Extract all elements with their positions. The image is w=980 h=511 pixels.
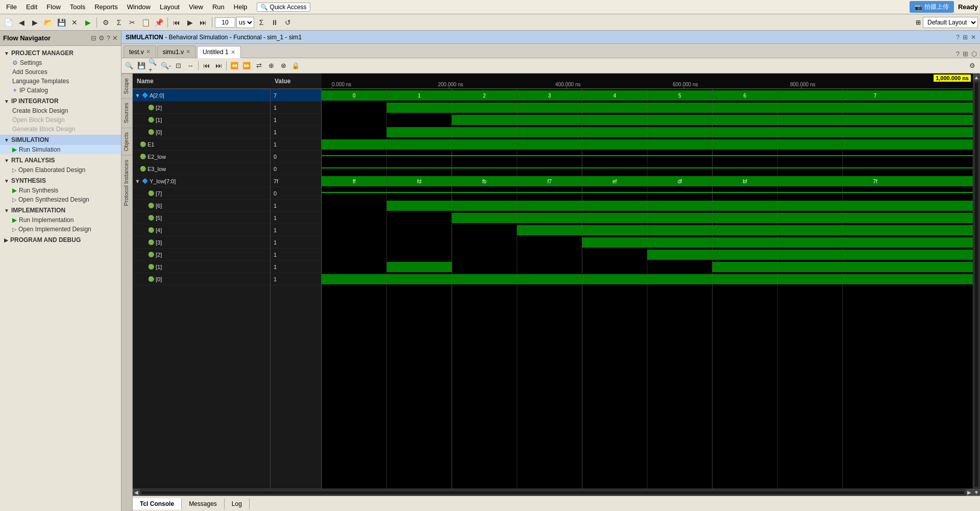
menu-layout[interactable]: Layout xyxy=(156,2,184,12)
wave-start-btn[interactable]: ⏮ xyxy=(201,60,212,71)
upload-button[interactable]: 📷 拍摄上传 xyxy=(910,1,954,13)
signal-row-a2[interactable]: 🟢 [2] xyxy=(133,102,270,114)
wave-save-btn[interactable]: 💾 xyxy=(136,60,147,71)
back-button[interactable]: ◀ xyxy=(15,16,28,29)
wave-lock-btn[interactable]: 🔒 xyxy=(290,60,301,71)
menu-view[interactable]: View xyxy=(185,2,207,12)
time-unit-select[interactable]: us ns ps xyxy=(236,17,254,28)
nav-item-settings[interactable]: ⚙ Settings xyxy=(0,58,121,67)
forward-button[interactable]: ▶ xyxy=(29,16,41,29)
menu-reports[interactable]: Reports xyxy=(90,2,122,12)
bottom-tab-tcl-console[interactable]: Tcl Console xyxy=(133,498,182,509)
nav-item-open-synthesized[interactable]: ▷ Open Synthesized Design xyxy=(0,195,121,204)
wave-search-btn[interactable]: 🔍 xyxy=(124,60,135,71)
signal-row-a0[interactable]: 🟢 [0] xyxy=(133,126,270,138)
nav-project-manager-header[interactable]: ▼ PROJECT MANAGER xyxy=(0,48,121,58)
menu-tools[interactable]: Tools xyxy=(66,2,89,12)
hscroll-track[interactable] xyxy=(141,491,965,495)
sigma-button[interactable]: Σ xyxy=(113,16,125,29)
wave-fit-btn[interactable]: ⊡ xyxy=(173,60,184,71)
tab-maximize-icon[interactable]: ⊞ xyxy=(963,50,968,58)
signal-row-y0[interactable]: 🟢 [0] xyxy=(133,273,270,285)
menu-flow[interactable]: Flow xyxy=(42,2,64,12)
nav-item-add-sources[interactable]: Add Sources xyxy=(0,67,121,77)
side-tab-protocol[interactable]: Protocol Instances xyxy=(121,155,132,210)
signal-row-y6[interactable]: 🟢 [6] xyxy=(133,200,270,212)
nav-item-open-impl[interactable]: ▷ Open Implemented Design xyxy=(0,225,121,234)
pause-button[interactable]: ⏸ xyxy=(268,16,281,29)
tab-simu1-v-close[interactable]: ✕ xyxy=(186,48,190,55)
flow-nav-collapse-icon[interactable]: ⊟ xyxy=(91,34,96,42)
wave-expand-btn[interactable]: ↔ xyxy=(185,60,196,71)
signal-row-y3[interactable]: 🟢 [3] xyxy=(133,236,270,249)
menu-file[interactable]: File xyxy=(2,2,21,12)
step-button[interactable]: ⏭ xyxy=(197,16,209,29)
paste-button[interactable]: 📌 xyxy=(153,16,165,29)
signal-row-y4[interactable]: 🟢 [4] xyxy=(133,224,270,236)
new-button[interactable]: 📄 xyxy=(2,16,14,29)
menu-edit[interactable]: Edit xyxy=(22,2,41,12)
tab-test-v[interactable]: test.v ✕ xyxy=(124,45,156,58)
nav-item-run-impl[interactable]: ▶ Run Implementation xyxy=(0,215,121,225)
nav-rtl-header[interactable]: ▼ RTL ANALYSIS xyxy=(0,155,121,165)
nav-item-open-elaborated[interactable]: ▷ Open Elaborated Design xyxy=(0,165,121,175)
nav-item-create-block[interactable]: Create Block Design xyxy=(0,106,121,115)
menu-run[interactable]: Run xyxy=(208,2,229,12)
quick-access-bar[interactable]: 🔍 Quick Access xyxy=(257,3,310,12)
wave-cursor-btn[interactable]: ⊗ xyxy=(278,60,289,71)
vscroll-track[interactable] xyxy=(974,82,979,488)
wave-end-btn[interactable]: ⏭ xyxy=(213,60,224,71)
layout-dropdown[interactable]: Default Layout xyxy=(923,17,978,28)
run-button[interactable]: ▶ xyxy=(82,16,94,29)
wave-marker-btn[interactable]: ⊕ xyxy=(265,60,277,71)
tab-float-icon[interactable]: ⬡ xyxy=(971,50,977,58)
tab-untitled-1[interactable]: Untitled 1 ✕ xyxy=(197,46,241,58)
nav-ip-integrator-header[interactable]: ▼ IP INTEGRATOR xyxy=(0,96,121,106)
wave-prev-edge-btn[interactable]: ⏪ xyxy=(229,60,240,71)
signal-row-y1[interactable]: 🟢 [1] xyxy=(133,261,270,273)
wave-swap-btn[interactable]: ⇄ xyxy=(253,60,264,71)
restart-button[interactable]: ↺ xyxy=(282,16,294,29)
tab-simu1-v[interactable]: simu1.v ✕ xyxy=(157,45,196,58)
vscroll-down[interactable]: ▼ xyxy=(973,489,980,496)
expand-a20[interactable]: ▼ xyxy=(135,92,140,99)
save-button[interactable]: 💾 xyxy=(55,16,67,29)
menu-window[interactable]: Window xyxy=(123,2,155,12)
signal-row-e2low[interactable]: 🟢 E2_low xyxy=(133,151,270,163)
time-input[interactable]: 10 xyxy=(215,17,235,28)
sim-maximize-icon[interactable]: ⊞ xyxy=(963,34,968,41)
signal-row-a20[interactable]: ▼ 🔷 A[2:0] xyxy=(133,89,270,102)
wave-next-edge-btn[interactable]: ⏩ xyxy=(241,60,252,71)
signal-row-ylow70[interactable]: ▼ 🔷 Y_low[7:0] xyxy=(133,175,270,187)
nav-item-language-templates[interactable]: Language Templates xyxy=(0,77,121,86)
nav-item-run-synthesis[interactable]: ▶ Run Synthesis xyxy=(0,186,121,195)
signal-row-a1[interactable]: 🟢 [1] xyxy=(133,114,270,126)
nav-simulation-header[interactable]: ▼ SIMULATION xyxy=(0,135,121,145)
flow-nav-help-icon[interactable]: ? xyxy=(107,34,110,42)
signal-row-y2[interactable]: 🟢 [2] xyxy=(133,249,270,261)
wave-zoom-out-btn[interactable]: 🔍- xyxy=(160,60,172,71)
cut-button[interactable]: ✂ xyxy=(126,16,138,29)
nav-synthesis-header[interactable]: ▼ SYNTHESIS xyxy=(0,176,121,186)
run-all-button[interactable]: Σ xyxy=(255,16,267,29)
settings-button[interactable]: ⚙ xyxy=(100,16,112,29)
flow-nav-settings-icon[interactable]: ⚙ xyxy=(99,34,105,42)
bottom-tab-messages[interactable]: Messages xyxy=(182,498,225,509)
open-button[interactable]: 📂 xyxy=(42,16,54,29)
tab-test-v-close[interactable]: ✕ xyxy=(146,48,151,55)
tab-untitled-1-close[interactable]: ✕ xyxy=(231,49,235,56)
close-button[interactable]: ✕ xyxy=(68,16,81,29)
tab-help-icon[interactable]: ? xyxy=(956,50,960,58)
copy-button[interactable]: 📋 xyxy=(139,16,152,29)
signal-row-y7[interactable]: 🟢 [7] xyxy=(133,187,270,200)
menu-help[interactable]: Help xyxy=(230,2,252,12)
nav-impl-header[interactable]: ▼ IMPLEMENTATION xyxy=(0,205,121,215)
signal-row-e1[interactable]: 🟢 E1 xyxy=(133,138,270,151)
side-tab-scope[interactable]: Scope xyxy=(121,74,132,98)
wave-zoom-in-btn[interactable]: 🔍+ xyxy=(148,60,159,71)
nav-item-ip-catalog[interactable]: ✦ IP Catalog xyxy=(0,86,121,95)
play-button[interactable]: ▶ xyxy=(184,16,196,29)
hscroll-left[interactable]: ◀ xyxy=(133,489,140,496)
signal-row-y5[interactable]: 🟢 [5] xyxy=(133,212,270,224)
side-tab-objects[interactable]: Objects xyxy=(121,128,132,155)
